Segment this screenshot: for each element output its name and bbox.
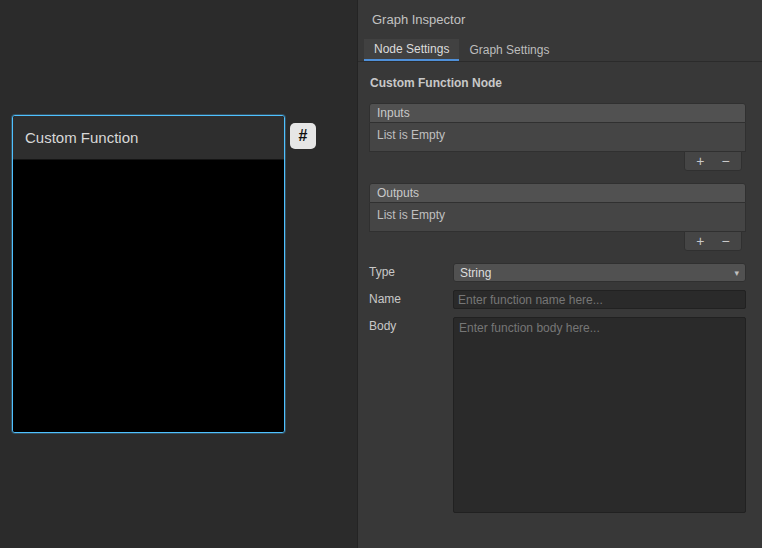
body-label: Body <box>369 317 453 333</box>
chevron-down-icon: ▾ <box>734 268 739 278</box>
type-dropdown[interactable]: String ▾ <box>453 263 746 282</box>
inputs-add-button[interactable]: + <box>690 154 710 168</box>
node-header[interactable]: Custom Function <box>13 116 284 160</box>
node-title: Custom Function <box>25 129 138 146</box>
function-name-input[interactable] <box>453 290 746 309</box>
graph-inspector-panel: Graph Inspector Node Settings Graph Sett… <box>357 0 762 548</box>
inputs-footer-buttons: + − <box>684 151 742 171</box>
inputs-remove-button[interactable]: − <box>716 154 736 168</box>
outputs-list: Outputs List is Empty + − <box>369 183 746 251</box>
custom-function-node[interactable]: Custom Function <box>12 115 285 433</box>
inspector-tabbar: Node Settings Graph Settings <box>358 39 762 62</box>
type-dropdown-value: String <box>460 266 491 280</box>
outputs-add-button[interactable]: + <box>690 234 710 248</box>
outputs-remove-button[interactable]: − <box>716 234 736 248</box>
outputs-list-footer: + − <box>369 232 746 251</box>
function-body-input[interactable] <box>453 317 746 513</box>
inspector-titlebar: Graph Inspector <box>358 0 762 39</box>
inspector-title: Graph Inspector <box>372 12 465 27</box>
hash-icon: # <box>299 127 308 145</box>
type-label: Type <box>369 263 453 279</box>
property-fields: Type String ▾ Name Body <box>369 263 746 513</box>
inputs-list-footer: + − <box>369 152 746 171</box>
tab-node-settings-label: Node Settings <box>374 42 449 56</box>
name-field-row: Name <box>369 290 746 309</box>
body-field-row: Body <box>369 317 746 513</box>
tab-node-settings[interactable]: Node Settings <box>364 39 459 61</box>
inputs-empty-row: List is Empty <box>369 123 746 152</box>
outputs-list-header: Outputs <box>369 183 746 203</box>
type-field-row: Type String ▾ <box>369 263 746 282</box>
inputs-header-label: Inputs <box>377 106 410 120</box>
tab-graph-settings-label: Graph Settings <box>469 43 549 57</box>
section-title: Custom Function Node <box>358 62 762 103</box>
tab-graph-settings[interactable]: Graph Settings <box>459 39 559 61</box>
outputs-header-label: Outputs <box>377 186 419 200</box>
node-hash-badge[interactable]: # <box>290 123 316 149</box>
graph-canvas[interactable]: Custom Function # <box>0 0 357 548</box>
inputs-list-header: Inputs <box>369 103 746 123</box>
inputs-empty-label: List is Empty <box>377 128 445 142</box>
node-preview-body <box>13 160 284 432</box>
outputs-empty-label: List is Empty <box>377 208 445 222</box>
outputs-footer-buttons: + − <box>684 231 742 251</box>
name-label: Name <box>369 290 453 306</box>
inputs-list: Inputs List is Empty + − <box>369 103 746 171</box>
outputs-empty-row: List is Empty <box>369 203 746 232</box>
